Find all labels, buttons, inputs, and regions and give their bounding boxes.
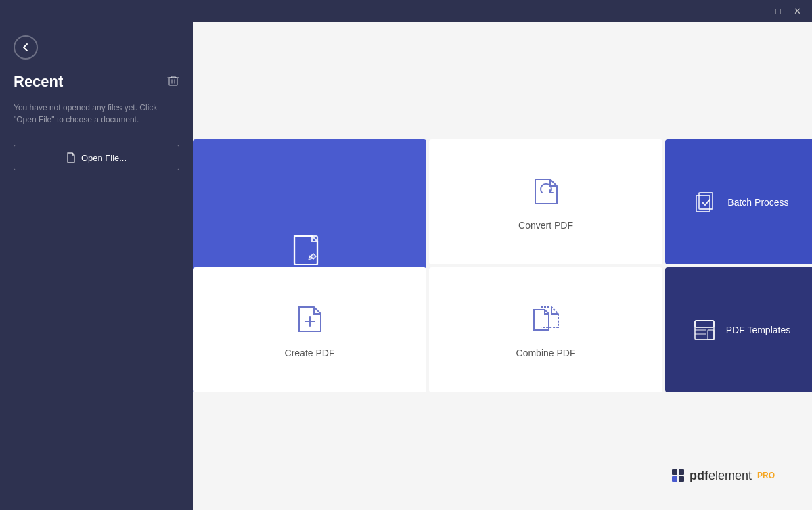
maximize-button[interactable]: □ bbox=[769, 1, 788, 20]
svg-rect-17 bbox=[672, 476, 677, 482]
convert-pdf-label: Convert PDF bbox=[518, 220, 573, 231]
clear-recent-button[interactable] bbox=[167, 74, 179, 90]
svg-rect-4 bbox=[294, 236, 317, 264]
trash-icon bbox=[167, 74, 179, 87]
brand-logo-icon bbox=[671, 468, 685, 483]
brand-area: pdfelement PRO bbox=[671, 468, 775, 483]
combine-pdf-icon bbox=[528, 302, 564, 337]
svg-rect-15 bbox=[672, 469, 677, 475]
cards-grid: Edit PDF Convert PDF bbox=[193, 139, 812, 392]
batch-process-card[interactable]: Batch Process bbox=[665, 139, 812, 264]
recent-title: Recent bbox=[14, 73, 63, 91]
pdf-templates-card[interactable]: PDF Templates bbox=[665, 267, 812, 392]
combine-pdf-label: Combine PDF bbox=[516, 348, 576, 358]
open-file-button[interactable]: Open File... bbox=[14, 145, 179, 170]
create-pdf-icon bbox=[292, 302, 328, 337]
svg-rect-0 bbox=[169, 78, 177, 85]
svg-rect-16 bbox=[679, 469, 684, 475]
brand-name: pdfelement bbox=[690, 469, 752, 483]
minimize-button[interactable]: − bbox=[750, 1, 769, 20]
svg-rect-11 bbox=[695, 321, 714, 327]
sidebar: Recent You have not opened any files yet… bbox=[0, 22, 193, 510]
file-icon bbox=[66, 152, 76, 163]
back-button[interactable] bbox=[14, 35, 38, 60]
open-file-label: Open File... bbox=[81, 153, 127, 163]
pdf-templates-label: PDF Templates bbox=[726, 325, 790, 335]
back-icon bbox=[20, 42, 31, 53]
combine-pdf-card[interactable]: Combine PDF bbox=[429, 267, 662, 392]
svg-rect-14 bbox=[708, 330, 714, 340]
brand-pro-label: PRO bbox=[757, 471, 775, 480]
batch-process-label: Batch Process bbox=[727, 197, 788, 208]
main-area: Edit PDF Convert PDF bbox=[193, 22, 812, 510]
create-pdf-label: Create PDF bbox=[285, 348, 335, 358]
app-body: Recent You have not opened any files yet… bbox=[0, 22, 812, 510]
convert-pdf-card[interactable]: Convert PDF bbox=[429, 139, 662, 264]
batch-process-icon bbox=[694, 190, 718, 214]
empty-recent-text: You have not opened any files yet. Click… bbox=[14, 101, 179, 126]
pdf-templates-icon bbox=[692, 318, 717, 342]
sidebar-header: Recent bbox=[14, 73, 179, 91]
close-button[interactable]: ✕ bbox=[788, 1, 807, 20]
convert-pdf-icon bbox=[528, 174, 564, 209]
titlebar: − □ ✕ bbox=[0, 0, 812, 22]
create-pdf-card[interactable]: Create PDF bbox=[193, 267, 426, 392]
svg-rect-18 bbox=[679, 476, 684, 482]
